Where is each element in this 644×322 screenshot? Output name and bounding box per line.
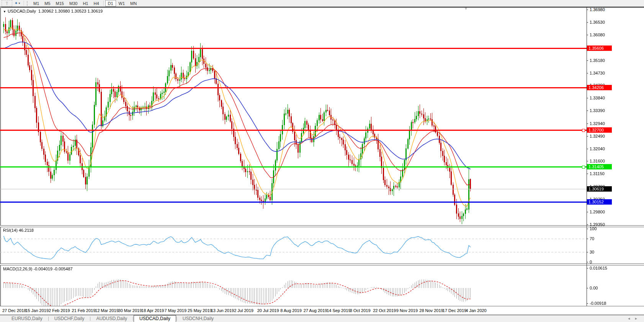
macd-tick-mark bbox=[587, 268, 588, 268]
horizontal-level-line[interactable] bbox=[0, 166, 587, 168]
timeframe-button-m1[interactable]: M1 bbox=[31, 0, 42, 6]
tile-windows-icon: ✦ bbox=[14, 1, 18, 6]
macd-tick-label: 0.010615 bbox=[590, 266, 620, 271]
tab-scroll-arrows: ◄► bbox=[627, 317, 642, 320]
toolbar: T ✦ ▾ M1M5M15M30H1H4D1W1MN bbox=[0, 0, 644, 7]
timeframe-button-m15[interactable]: M15 bbox=[53, 0, 67, 6]
price-tick-mark bbox=[587, 136, 588, 137]
chart-tab-eurusd[interactable]: EURUSD,Daily bbox=[6, 315, 48, 322]
timeframe-button-d1[interactable]: D1 bbox=[105, 0, 116, 7]
timeframe-button-h1[interactable]: H1 bbox=[80, 0, 91, 6]
panel-splitter[interactable] bbox=[0, 225, 644, 227]
date-label: 17 Dec 2019 bbox=[443, 308, 466, 313]
chart-ohlc-values: 1.30962 1.30980 1.30523 1.30619 bbox=[38, 9, 103, 13]
date-label: 9 Nov 2019 bbox=[396, 308, 418, 313]
date-label: 27 Aug 2019 bbox=[304, 308, 327, 313]
date-label: 2 Feb 2019 bbox=[49, 308, 70, 313]
date-label: 7 May 2019 bbox=[165, 308, 186, 313]
collapse-icon[interactable]: ▼ bbox=[3, 10, 6, 13]
rsi-indicator-label: RSI(14) 46.2118 bbox=[3, 228, 34, 233]
date-label: 14 Sep 2019 bbox=[327, 308, 350, 313]
price-tick-mark bbox=[587, 10, 588, 10]
level-line-handle[interactable] bbox=[582, 166, 585, 169]
chart-title: ▼USDCAD,Daily 1.30962 1.30980 1.30523 1.… bbox=[3, 9, 103, 13]
rsi-tick-mark bbox=[587, 239, 588, 239]
price-tick-mark bbox=[587, 161, 588, 161]
price-tick-label: 1.34730 bbox=[590, 71, 620, 76]
rsi-tick-mark bbox=[587, 262, 588, 262]
date-label: 2 Jul 2019 bbox=[234, 308, 253, 313]
level-line-handle[interactable] bbox=[582, 129, 585, 132]
rsi-tick-label: 70 bbox=[590, 236, 620, 241]
level-price-badge: 1.35606 bbox=[587, 46, 612, 51]
date-label: 15 Jan 2019 bbox=[26, 308, 49, 313]
level-price-badge: 1.30152 bbox=[587, 199, 612, 205]
date-axis[interactable]: 27 Dec 201815 Jan 20192 Feb 201921 Feb 2… bbox=[0, 306, 644, 315]
chevron-down-icon: ▾ bbox=[19, 2, 20, 5]
price-tick-label: 1.32040 bbox=[590, 146, 620, 151]
horizontal-level-line[interactable] bbox=[0, 87, 587, 88]
macd-tick-mark bbox=[587, 303, 588, 304]
price-tick-mark bbox=[587, 111, 588, 111]
price-tick-label: 1.31600 bbox=[590, 159, 620, 164]
price-tick-mark bbox=[587, 73, 588, 73]
price-tick-label: 1.35180 bbox=[590, 58, 620, 63]
current-price-badge: 1.30619 bbox=[587, 186, 612, 192]
price-tick-mark bbox=[587, 174, 588, 174]
price-tick-label: 1.36080 bbox=[590, 33, 620, 37]
window-marker-icon: ▼ bbox=[464, 7, 468, 11]
timeframe-button-mn[interactable]: MN bbox=[127, 0, 139, 6]
tab-separator bbox=[90, 317, 90, 321]
rsi-canvas[interactable] bbox=[0, 226, 587, 263]
toolbar-grip[interactable] bbox=[27, 1, 29, 6]
price-tick-label: 1.32940 bbox=[590, 121, 620, 126]
chart-tab-usdchf[interactable]: USDCHF,Daily bbox=[49, 315, 90, 322]
chart-tab-usdcnh[interactable]: USDCNH,Daily bbox=[177, 315, 219, 322]
tab-bar: EURUSD,DailyUSDCHF,DailyAUDUSD,DailyUSDC… bbox=[0, 315, 644, 322]
timeframe-button-h4[interactable]: H4 bbox=[91, 0, 101, 6]
date-label: 20 Jul 2019 bbox=[257, 308, 279, 313]
price-tick-mark bbox=[587, 98, 588, 98]
toolbar-separator bbox=[103, 1, 104, 6]
chart-symbol-period: USDCAD,Daily bbox=[8, 9, 36, 13]
tab-scroll-right-icon[interactable]: ► bbox=[634, 317, 642, 320]
tile-windows-button[interactable]: ✦ ▾ bbox=[12, 0, 22, 6]
chart-tab-audusd[interactable]: AUDUSD,Daily bbox=[91, 315, 132, 322]
chart-tab-usdcad[interactable]: USDCAD,Daily bbox=[134, 315, 176, 322]
tab-scroll-left-icon[interactable]: ◄ bbox=[627, 317, 634, 320]
price-tick-label: 1.36530 bbox=[590, 20, 620, 25]
macd-indicator-label: MACD(12,26,9) -0.004019 -0.005487 bbox=[3, 267, 73, 271]
timeframe-button-w1[interactable]: W1 bbox=[116, 0, 128, 6]
panel-splitter[interactable] bbox=[0, 263, 644, 265]
rsi-tick-mark bbox=[587, 252, 588, 252]
timeframe-button-m30[interactable]: M30 bbox=[67, 0, 80, 6]
date-label: 27 Dec 2018 bbox=[2, 308, 26, 313]
horizontal-level-line[interactable] bbox=[0, 130, 587, 131]
timeframe-button-group: M1M5M15M30H1H4D1W1MN bbox=[31, 0, 139, 7]
application-window: T ✦ ▾ M1M5M15M30H1H4D1W1MN ▼ ▼USDCAD,Dai… bbox=[0, 0, 644, 322]
tab-separator bbox=[133, 317, 133, 321]
price-tick-label: 1.36980 bbox=[590, 7, 620, 12]
price-tick-label: 1.33840 bbox=[590, 96, 620, 101]
price-tick-mark bbox=[587, 149, 588, 149]
level-price-badge: 1.34206 bbox=[587, 85, 612, 90]
main-chart-canvas[interactable] bbox=[0, 7, 587, 225]
horizontal-level-line[interactable] bbox=[0, 48, 587, 49]
timeframe-button-m5[interactable]: M5 bbox=[42, 0, 53, 6]
rsi-tick-label: 100 bbox=[590, 226, 620, 231]
tab-separator bbox=[177, 317, 177, 321]
date-label: 4 Jan 2020 bbox=[466, 308, 486, 313]
date-label: 18 Apr 2019 bbox=[141, 308, 164, 313]
date-label: 28 Nov 2019 bbox=[419, 308, 443, 313]
horizontal-level-line[interactable] bbox=[0, 202, 587, 203]
date-label: 3 Oct 2019 bbox=[350, 308, 371, 313]
toolbar-separator bbox=[24, 1, 24, 6]
price-tick-label: 1.33390 bbox=[590, 108, 620, 113]
date-label: 30 Mar 2019 bbox=[118, 308, 142, 313]
macd-tick-label: -0.00918 bbox=[590, 301, 620, 306]
date-label: 12 Mar 2019 bbox=[95, 308, 119, 313]
macd-tick-mark bbox=[587, 288, 588, 288]
macd-canvas[interactable] bbox=[0, 265, 587, 306]
price-tick-mark bbox=[587, 224, 588, 225]
text-tool-button[interactable]: T bbox=[2, 0, 12, 7]
